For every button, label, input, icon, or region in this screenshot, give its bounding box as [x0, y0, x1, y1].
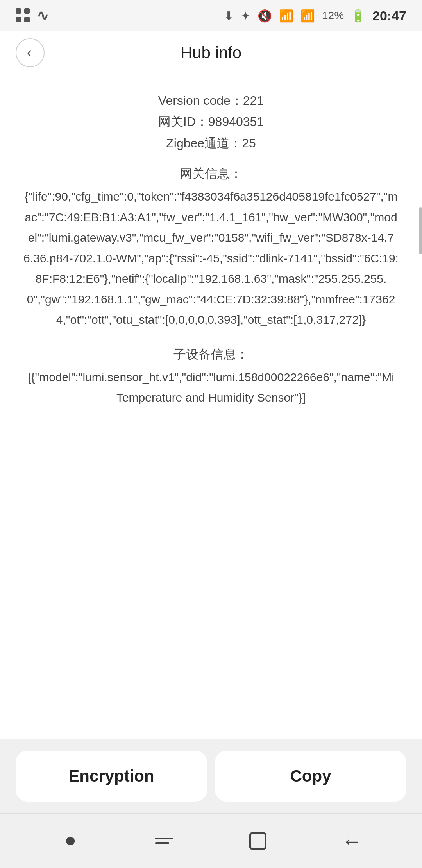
encryption-button[interactable]: Encryption: [16, 751, 207, 802]
page-title: Hub info: [181, 43, 241, 62]
signal-icon: 📶: [300, 9, 315, 23]
copy-button[interactable]: Copy: [215, 751, 406, 802]
sub-device-section: 子设备信息： [{"model":"lumi.sensor_ht.v1","di…: [23, 346, 399, 408]
sub-device-json: [{"model":"lumi.sensor_ht.v1","did":"lum…: [23, 367, 399, 408]
gateway-id: 网关ID：98940351: [23, 111, 399, 132]
back-button[interactable]: ‹: [16, 38, 45, 67]
nav-menu-button[interactable]: [145, 821, 184, 861]
bluetooth-icon: ✦: [241, 9, 250, 23]
download-icon: ⬇: [224, 9, 234, 23]
wifi-icon: 📶: [279, 9, 293, 23]
nav-back-button[interactable]: ←: [332, 821, 371, 861]
main-content: Version code：221 网关ID：98940351 Zigbee通道：…: [0, 74, 422, 739]
gateway-info-section: 网关信息： {"life":90,"cfg_time":0,"token":"f…: [23, 165, 399, 330]
gateway-info-json: {"life":90,"cfg_time":0,"token":"f438303…: [23, 187, 399, 330]
status-bar: ∿ ⬇ ✦ 🔇 📶 📶 12% 🔋 20:47: [0, 0, 422, 31]
zigbee-channel: Zigbee通道：25: [23, 133, 399, 154]
nav-recent-button[interactable]: [238, 821, 277, 861]
nav-home-button[interactable]: [51, 821, 90, 861]
status-time: 20:47: [372, 8, 406, 23]
status-left-icons: ∿: [16, 7, 48, 24]
sub-device-label: 子设备信息：: [23, 346, 399, 363]
header: ‹ Hub info: [0, 31, 422, 74]
back-chevron-icon: ‹: [27, 45, 32, 61]
version-code: Version code：221: [23, 90, 399, 111]
activity-icon: ∿: [37, 7, 48, 24]
back-arrow-icon: ←: [342, 829, 362, 853]
battery-icon: 🔋: [351, 9, 365, 23]
status-right-icons: ⬇ ✦ 🔇 📶 📶 12% 🔋 20:47: [224, 8, 406, 23]
home-icon: [66, 837, 75, 845]
mute-icon: 🔇: [257, 9, 272, 23]
recent-apps-icon: [249, 832, 266, 850]
gateway-info-label: 网关信息：: [23, 165, 399, 183]
version-section: Version code：221 网关ID：98940351 Zigbee通道：…: [23, 90, 399, 154]
apps-icon: [16, 8, 30, 23]
nav-bar: ←: [0, 813, 422, 868]
battery-percent: 12%: [322, 9, 344, 22]
buttons-area: Encryption Copy: [0, 739, 422, 813]
scrollbar[interactable]: [419, 207, 422, 254]
menu-icon: [155, 838, 173, 844]
